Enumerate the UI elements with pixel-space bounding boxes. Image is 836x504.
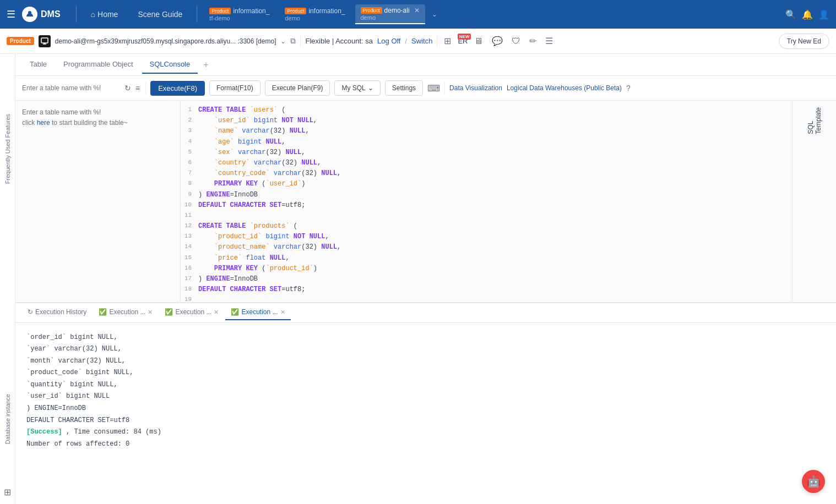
nav-tab-3[interactable]: Product demo-ali ✕ demo <box>355 4 425 24</box>
user-icon[interactable]: 👤 <box>818 9 829 20</box>
mysql-btn[interactable]: My SQL ⌄ <box>334 80 380 96</box>
flex-info: Flexible | Account: sa <box>305 37 373 45</box>
svg-rect-1 <box>41 38 48 43</box>
home-label: Home <box>97 10 118 19</box>
top-nav: ☰ DMS ⌂ Home Scene Guide Product informa… <box>0 0 836 29</box>
tab2-sublabel: demo <box>285 15 345 21</box>
sql-template-label[interactable]: SQLTemplate <box>807 107 822 134</box>
code-line: 10DEFAULT CHARACTER SET=utf8; <box>181 200 792 211</box>
code-editor[interactable]: 1CREATE TABLE `users` (2 `user_id` bigin… <box>181 101 792 302</box>
help-icon[interactable]: ? <box>626 84 631 92</box>
exec-tab-1[interactable]: ✅ Execution ... ✕ <box>93 305 158 320</box>
code-line: 3 `name` varchar(32) NULL, <box>181 126 792 136</box>
try-new-btn[interactable]: Try New Ed <box>779 34 829 49</box>
result-extra-line: Number of rows affected: 0 <box>26 439 825 451</box>
format-btn[interactable]: Format(F10) <box>209 80 260 96</box>
search-icon[interactable]: 🔍 <box>785 9 796 20</box>
settings-btn[interactable]: Settings <box>385 80 423 96</box>
tab-sqlconsole-label: SQLConsole <box>150 60 191 68</box>
shield-icon-btn[interactable]: 🛡 <box>509 34 523 48</box>
filter-icon[interactable]: ≡ <box>134 83 141 94</box>
tab-sqlconsole[interactable]: SQLConsole <box>142 56 198 74</box>
exec-plan-btn[interactable]: Execute Plan(F9) <box>265 80 330 96</box>
nav-tab-1[interactable]: Product information_ tf-demo <box>204 5 275 24</box>
home-icon: ⌂ <box>91 10 95 19</box>
result-line: DEFAULT CHARACTER SET=utf8 <box>26 415 825 427</box>
nav-tab-2[interactable]: Product information_ demo <box>279 5 350 24</box>
nav-scene-guide[interactable]: Scene Guide <box>130 7 190 22</box>
result-line: ) ENGINE=InnoDB <box>26 403 825 415</box>
product-badge: Product <box>7 37 34 45</box>
execution-panel: ↻ Execution History ✅ Execution ... ✕ ✅ … <box>15 302 836 505</box>
exec-tab-3[interactable]: ✅ Execution ... ✕ <box>225 305 290 320</box>
switch-link[interactable]: Switch <box>411 37 432 45</box>
nav-divider-2 <box>197 6 197 23</box>
tab3-label: demo-ali <box>384 7 410 14</box>
menu-icon[interactable]: ☰ <box>7 8 15 20</box>
second-bar: Product demo-ali@rm-gs5x39xmjruszf059.my… <box>0 29 836 54</box>
tab2-label: information_ <box>308 7 345 15</box>
code-line: 12CREATE TABLE `products` ( <box>181 221 792 232</box>
frequently-used-label[interactable]: Frequently Used Features <box>4 107 11 190</box>
exec-tab-history[interactable]: ↻ Execution History <box>22 305 92 320</box>
exec-tab1-close[interactable]: ✕ <box>148 309 153 316</box>
code-line: 8 PRIMARY KEY (`user_id`) <box>181 179 792 189</box>
result-line: `product_code` bigint NULL, <box>26 367 825 379</box>
tab3-sublabel: demo <box>361 14 420 21</box>
tab-table-label: Table <box>30 60 47 68</box>
main-layout: Frequently Used Features Database instan… <box>0 54 836 504</box>
chat-widget[interactable]: 🤖 <box>802 470 825 493</box>
conn-dropdown-btn[interactable]: ⌄ <box>280 37 286 45</box>
code-line: 4 `age` bigint NULL, <box>181 137 792 147</box>
toolbar-sep-2 <box>444 83 445 94</box>
edit-icon-btn[interactable]: ✏ <box>527 34 539 48</box>
keyboard-icon[interactable]: ⌨ <box>427 83 440 94</box>
hint-here-link[interactable]: here <box>37 119 50 127</box>
table-search-input[interactable] <box>22 84 121 92</box>
hint-sub-text: to start building the table~ <box>50 119 128 127</box>
sql-area: ↻ ≡ Execute(F8) Format(F10) Execute Plan… <box>15 76 836 504</box>
execution-tabs: ↻ Execution History ✅ Execution ... ✕ ✅ … <box>15 303 836 323</box>
log-out-link[interactable]: Log Off <box>377 37 400 45</box>
nav-home[interactable]: ⌂ Home <box>83 7 126 22</box>
sql-template-sidebar[interactable]: SQLTemplate <box>792 101 836 302</box>
result-success-line: [Success] , Time consumed: 84 (ms) <box>26 426 825 439</box>
list-icon-btn[interactable]: ☰ <box>543 34 555 48</box>
code-line: 13 `product_id` bigint NOT NULL, <box>181 232 792 242</box>
copy-conn-btn[interactable]: ⧉ <box>290 36 296 46</box>
chat-icon-btn[interactable]: 💬 <box>490 34 505 48</box>
code-line: 11 <box>181 211 792 221</box>
code-line: 15 `price` float NULL, <box>181 253 792 264</box>
monitor-icon-btn[interactable]: 🖥 <box>472 34 485 48</box>
execute-btn[interactable]: Execute(F8) <box>150 81 205 96</box>
separator-1 <box>300 36 301 47</box>
add-tab-btn[interactable]: + <box>199 58 213 72</box>
data-viz-link[interactable]: Data Visualization <box>449 84 502 92</box>
exec-tab1-success-icon: ✅ <box>99 308 107 316</box>
editor-container: Enter a table name with %! click here to… <box>15 101 836 302</box>
sql-toolbar: ↻ ≡ Execute(F8) Format(F10) Execute Plan… <box>15 76 836 101</box>
table-search: ↻ ≡ <box>22 83 141 94</box>
exec-tab2-close[interactable]: ✕ <box>214 309 219 316</box>
db-instance-label[interactable]: Database instance <box>4 387 11 451</box>
code-line: 7 `country_code` varchar(32) NULL, <box>181 168 792 179</box>
tab3-close[interactable]: ✕ <box>414 7 420 14</box>
exec-tab-2[interactable]: ✅ Execution ... ✕ <box>159 305 224 320</box>
er-btn[interactable]: ER NEW <box>458 37 468 45</box>
separator-2 <box>437 36 437 47</box>
code-line: 17) ENGINE=InnoDB <box>181 274 792 284</box>
app-logo[interactable]: DMS <box>22 7 61 22</box>
exec-tab3-close[interactable]: ✕ <box>280 309 285 316</box>
code-line: 1CREATE TABLE `users` ( <box>181 105 792 116</box>
logical-dw-link[interactable]: Logical Data Warehouses (Public Beta) <box>507 84 622 92</box>
tab-dropdown-btn[interactable]: ⌄ <box>430 8 439 20</box>
table-icon-btn[interactable]: ⊞ <box>442 34 453 48</box>
grid-icon[interactable]: ⊞ <box>4 487 11 497</box>
notification-icon[interactable]: 🔔 <box>802 9 813 20</box>
tab-bar: Table Programmable Object SQLConsole + <box>15 54 836 76</box>
scene-guide-label: Scene Guide <box>138 10 182 19</box>
app-name: DMS <box>41 9 61 19</box>
tab-table[interactable]: Table <box>22 56 55 74</box>
refresh-icon[interactable]: ↻ <box>123 83 132 94</box>
tab-programmable[interactable]: Programmable Object <box>56 56 140 74</box>
